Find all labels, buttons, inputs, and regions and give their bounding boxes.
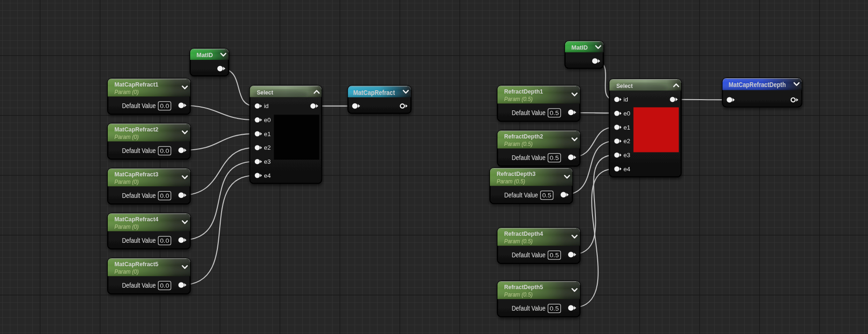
svg-text:e2: e2 xyxy=(264,144,271,151)
svg-text:Default Value: Default Value xyxy=(122,282,156,289)
svg-text:Select: Select xyxy=(257,89,274,96)
svg-text:Default Value: Default Value xyxy=(122,237,156,244)
svg-text:e3: e3 xyxy=(264,158,271,165)
svg-text:0.5: 0.5 xyxy=(550,305,559,312)
svg-text:0.0: 0.0 xyxy=(160,102,170,109)
svg-text:e3: e3 xyxy=(623,152,631,159)
svg-text:id: id xyxy=(264,102,269,109)
svg-text:RefractDepth4: RefractDepth4 xyxy=(504,230,543,237)
svg-text:e0: e0 xyxy=(264,116,271,123)
svg-text:MatCapRefract: MatCapRefract xyxy=(353,89,395,96)
svg-text:Default Value: Default Value xyxy=(512,154,546,161)
svg-text:RefractDepth1: RefractDepth1 xyxy=(504,88,543,95)
svg-text:e0: e0 xyxy=(623,110,631,117)
svg-text:0.0: 0.0 xyxy=(160,237,170,244)
svg-text:MatCapRefract4: MatCapRefract4 xyxy=(114,216,158,223)
svg-text:MatCapRefract5: MatCapRefract5 xyxy=(114,261,158,268)
svg-text:Param (0.5): Param (0.5) xyxy=(504,140,533,147)
svg-text:0.0: 0.0 xyxy=(160,282,170,289)
svg-text:Default Value: Default Value xyxy=(122,102,156,109)
svg-text:Default Value: Default Value xyxy=(512,251,546,259)
svg-text:MatCapRefract1: MatCapRefract1 xyxy=(114,81,158,88)
svg-text:Select: Select xyxy=(616,82,633,89)
svg-text:Default Value: Default Value xyxy=(122,192,156,199)
svg-text:MatID: MatID xyxy=(197,52,213,58)
svg-text:Param (0): Param (0) xyxy=(114,133,139,140)
svg-text:e2: e2 xyxy=(623,138,631,145)
svg-text:Param (0): Param (0) xyxy=(114,178,139,185)
svg-text:RefractDepth2: RefractDepth2 xyxy=(504,133,543,140)
svg-text:Param (0.5): Param (0.5) xyxy=(504,238,533,245)
svg-text:MatCapRefract3: MatCapRefract3 xyxy=(114,171,158,178)
svg-text:Param (0.5): Param (0.5) xyxy=(504,95,533,102)
svg-text:0.5: 0.5 xyxy=(550,154,559,161)
svg-text:MatCapRefractDepth: MatCapRefractDepth xyxy=(729,81,786,88)
svg-text:0.5: 0.5 xyxy=(550,109,559,116)
svg-text:Param (0.5): Param (0.5) xyxy=(504,291,533,298)
svg-text:0.5: 0.5 xyxy=(542,192,552,199)
svg-text:e4: e4 xyxy=(264,172,271,179)
svg-text:0.0: 0.0 xyxy=(160,147,170,154)
svg-text:Param (0.5): Param (0.5) xyxy=(497,178,525,185)
svg-text:Param (0): Param (0) xyxy=(114,268,139,275)
svg-text:id: id xyxy=(623,96,628,103)
svg-text:Default Value: Default Value xyxy=(512,305,546,312)
svg-text:Param (0): Param (0) xyxy=(114,223,139,230)
svg-text:0.5: 0.5 xyxy=(550,252,559,259)
svg-text:Param (0): Param (0) xyxy=(114,88,139,95)
svg-text:Default Value: Default Value xyxy=(512,109,546,116)
svg-text:MatCapRefract2: MatCapRefract2 xyxy=(114,126,158,133)
svg-text:Default Value: Default Value xyxy=(122,147,156,154)
svg-text:MatID: MatID xyxy=(571,44,588,51)
svg-text:e4: e4 xyxy=(623,166,631,173)
svg-text:e1: e1 xyxy=(264,131,271,138)
svg-text:Default Value: Default Value xyxy=(504,191,538,199)
svg-text:0.0: 0.0 xyxy=(160,192,170,199)
svg-text:e1: e1 xyxy=(623,124,631,131)
svg-text:RefractDepth5: RefractDepth5 xyxy=(504,283,543,290)
svg-text:RefractDepth3: RefractDepth3 xyxy=(497,170,535,177)
